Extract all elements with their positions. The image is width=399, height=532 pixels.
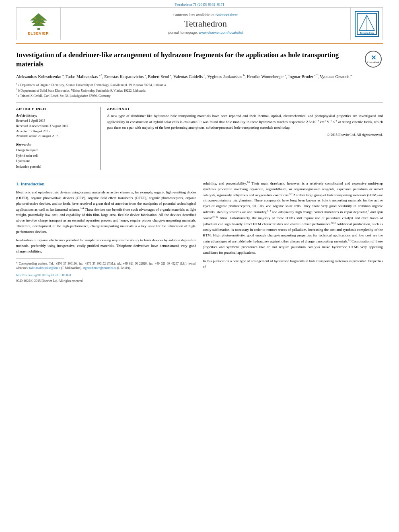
- affiliation-c: c c TrinamiX GmbH, Carl-Bosch-Str. 38, L…: [16, 93, 383, 99]
- journal-citation: Tetrahedron 71 (2015) 8162–8171: [0, 0, 399, 7]
- footnote-email-1[interactable]: tadas.malinauskas@ktu.lt: [29, 266, 60, 270]
- contents-available: Contents lists available at ScienceDirec…: [173, 13, 238, 17]
- svg-rect-6: [36, 21, 37, 23]
- copyright: © 2015 Elsevier Ltd. All rights reserved…: [107, 132, 383, 138]
- affiliation-a: a a Department of Organic Chemistry, Kau…: [16, 82, 383, 88]
- journal-header-box: ELSEVIER Contents lists available at Sci…: [16, 7, 383, 40]
- elsevier-tree-icon: [26, 12, 51, 30]
- footnote-email-2[interactable]: ingmar.bruder@trinamix.de: [83, 266, 117, 270]
- body-column-1: 1. Introduction Electronic and optoelect…: [16, 181, 196, 284]
- svg-rect-0: [37, 28, 40, 30]
- doi-link[interactable]: http://dx.doi.org/10.1016/j.tet.2015.08.…: [16, 273, 196, 278]
- crossmark-x-icon: ✕: [371, 55, 376, 61]
- authors: Aleksandras Kolesnicenko a, Tadas Malina…: [16, 73, 383, 80]
- body-para-col2-2: In this publication a new type of arrang…: [203, 259, 383, 270]
- journal-name: Tetrahedron: [184, 18, 227, 29]
- sciencedirect-link[interactable]: ScienceDirect: [216, 13, 238, 17]
- article-history-label: Article history:: [16, 113, 94, 117]
- footnotes: * Corresponding authors. Tel.: +370 37 3…: [16, 261, 196, 271]
- body-columns: 1. Introduction Electronic and optoelect…: [16, 181, 383, 284]
- elsevier-logo: ELSEVIER: [16, 8, 61, 40]
- body-para-2: Realization of organic electronics poten…: [16, 238, 196, 255]
- keyword-1: Charge transport: [16, 148, 94, 153]
- body-column-2: solubility, and processability.5,6 Their…: [203, 181, 383, 284]
- elsevier-label: ELSEVIER: [28, 31, 49, 35]
- journal-header-center: Contents lists available at ScienceDirec…: [61, 8, 350, 40]
- article-wrapper: Investigation of a dendrimer-like arrang…: [0, 44, 399, 283]
- history-online: Available online 20 August 2015: [16, 134, 94, 139]
- tetrahedron-logo-box: Tetrahedron: [355, 11, 379, 37]
- article-history-table: Received 1 April 2015 Received in revise…: [16, 119, 94, 139]
- article-title-text: Investigation of a dendrimer-like arrang…: [16, 51, 339, 68]
- tetrahedron-logo: Tetrahedron: [350, 8, 383, 40]
- keywords-list: Charge transport Hybrid solar cell Hydra…: [16, 148, 94, 169]
- article-info-abstract: ARTICLE INFO Article history: Received 1…: [16, 103, 383, 174]
- svg-rect-7: [40, 22, 42, 24]
- body-para-col2-1: solubility, and processability.5,6 Their…: [203, 181, 383, 256]
- footnote-divider: [16, 259, 64, 259]
- keyword-4: Ionization potential: [16, 164, 94, 170]
- section1-title: 1. Introduction: [16, 181, 196, 187]
- abstract-text: A new type of dendrimer-like hydrazone h…: [107, 113, 383, 138]
- keyword-2: Hybrid solar cell: [16, 153, 94, 159]
- keywords-label: Keywords:: [16, 142, 94, 146]
- keyword-3: Hydrazone: [16, 158, 94, 164]
- article-info-section: ARTICLE INFO Article history: Received 1…: [16, 107, 101, 170]
- svg-rect-4: [34, 17, 36, 19]
- affiliations: a a Department of Organic Chemistry, Kau…: [16, 82, 383, 99]
- abstract-section: ABSTRACT A new type of dendrimer-like hy…: [101, 107, 383, 170]
- article-info-heading: ARTICLE INFO: [16, 107, 94, 111]
- history-accepted: Accepted 13 August 2015: [16, 129, 94, 134]
- history-received: Received 1 April 2015: [16, 119, 94, 124]
- tetrahedron-logo-icon: Tetrahedron: [357, 13, 377, 35]
- history-revised: Received in revised form 3 August 2015: [16, 124, 94, 129]
- abstract-heading: ABSTRACT: [107, 107, 383, 111]
- article-title: Investigation of a dendrimer-like arrang…: [16, 51, 383, 69]
- crossmark-circle: ✕ CrossMark: [365, 51, 382, 68]
- issn-line: 0040-4020/© 2015 Elsevier Ltd. All right…: [16, 279, 196, 283]
- body-para-1: Electronic and optoelectronic devices us…: [16, 190, 196, 235]
- affiliation-b: b b Department of Solid State Electronic…: [16, 88, 383, 93]
- footnote-star: * Corresponding authors. Tel.: +370 37 3…: [16, 261, 196, 271]
- crossmark-label: CrossMark: [367, 61, 379, 64]
- svg-text:Tetrahedron: Tetrahedron: [360, 32, 374, 34]
- crossmark-badge: ✕ CrossMark: [365, 51, 383, 69]
- journal-homepage-link[interactable]: www.elsevier.com/locate/tet: [199, 31, 243, 35]
- svg-rect-5: [41, 18, 43, 20]
- journal-homepage: journal homepage: www.elsevier.com/locat…: [168, 31, 243, 35]
